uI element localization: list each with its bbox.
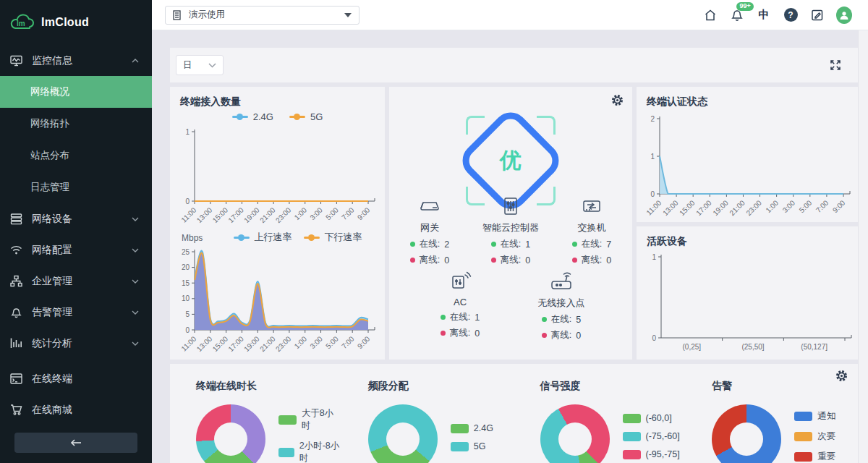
fullscreen-button[interactable]: [829, 59, 842, 72]
svg-text:21:00: 21:00: [258, 334, 277, 353]
device-offline-status: 离线:0: [491, 254, 530, 266]
device-name: 交换机: [578, 221, 606, 234]
offline-label: 离线:: [450, 327, 470, 339]
online-count: 2: [444, 239, 449, 250]
device-online-status: 在线:7: [572, 238, 611, 250]
svg-text:15:00: 15:00: [211, 334, 230, 353]
sidebar-collapse-button[interactable]: [14, 433, 137, 453]
legend-item[interactable]: 下行速率: [304, 231, 362, 244]
cloud-controller-icon: [500, 197, 522, 216]
device-card-switch[interactable]: 交换机 在线:7 离线:0: [551, 197, 632, 266]
online-count: 1: [525, 239, 530, 250]
sidebar-item-network-devices[interactable]: 网络设备: [0, 203, 152, 234]
user-avatar[interactable]: [836, 7, 852, 23]
sidebar-item-network-config[interactable]: 网络配置: [0, 234, 152, 266]
sidebar-subitem-site-distribution[interactable]: 站点分布: [0, 140, 152, 171]
period-selector[interactable]: 日: [176, 55, 224, 75]
legend-item[interactable]: 2小时-8小时: [278, 440, 342, 463]
settings-button[interactable]: [611, 94, 624, 106]
device-offline-status: 离线:0: [410, 254, 449, 266]
svg-text:0: 0: [185, 326, 190, 334]
legend-swatch: [794, 432, 812, 441]
legend-item[interactable]: 2.4G: [232, 111, 273, 122]
legend-label: 上行速率: [255, 231, 292, 244]
device-card-gateway[interactable]: 网关 在线:2 离线:0: [389, 197, 470, 266]
chevron-up-icon: [132, 59, 139, 63]
svg-text:9:00: 9:00: [831, 198, 847, 214]
svg-text:23:00: 23:00: [744, 198, 763, 217]
caret-down-icon: [344, 13, 352, 17]
bracket-corner: [466, 116, 485, 135]
expand-icon: [829, 59, 842, 72]
band-allocation-donut-chart: [368, 404, 438, 463]
rate-chart-unit: Mbps: [182, 233, 203, 243]
gear-icon: [611, 94, 624, 106]
band-allocation-legend: 2.4G5G: [451, 423, 493, 451]
svg-text:19:00: 19:00: [711, 198, 730, 217]
svg-text:15:00: 15:00: [211, 205, 230, 224]
svg-text:11:00: 11:00: [644, 198, 663, 216]
legend-label: 次要: [817, 430, 835, 443]
svg-text:13:00: 13:00: [195, 205, 214, 224]
feedback-button[interactable]: [809, 7, 825, 23]
sidebar-item-online-terminals[interactable]: 在线终端: [0, 363, 152, 394]
sidebar-item-alarm-management[interactable]: 告警管理: [0, 297, 152, 328]
online-count: 7: [606, 239, 611, 250]
sidebar: lm ImCloud 监控信息 网络概况 网络拓扑 站点分布 日志管理 网络设备: [0, 0, 152, 463]
legend-swatch: [234, 237, 250, 239]
legend-label: 5G: [310, 111, 323, 122]
language-button[interactable]: 中: [756, 7, 772, 23]
legend-swatch: [451, 424, 469, 433]
period-value: 日: [183, 59, 208, 72]
active-devices-bar-chart: 01(0,25](25,50](50,127]: [639, 250, 855, 357]
sidebar-nav: 监控信息 网络概况 网络拓扑 站点分布 日志管理 网络设备 网络配置: [0, 45, 152, 463]
device-card-ac[interactable]: AC 在线:1 离线:0: [409, 269, 511, 341]
legend-item[interactable]: 5G: [451, 441, 486, 451]
org-selector[interactable]: 演示使用: [165, 6, 359, 25]
legend-item[interactable]: (-95,-75]: [623, 449, 680, 459]
sidebar-item-enterprise-management[interactable]: 企业管理: [0, 266, 152, 297]
avatar-icon: [836, 7, 852, 24]
sidebar-subitem-network-topology[interactable]: 网络拓扑: [0, 108, 152, 140]
offline-count: 0: [525, 255, 530, 266]
scrollbar[interactable]: [858, 30, 868, 463]
legend-item[interactable]: 次要: [794, 430, 835, 443]
legend-item[interactable]: (-60,0]: [623, 413, 672, 423]
bell-icon: [10, 306, 22, 318]
home-button[interactable]: [702, 7, 718, 23]
logo: lm ImCloud: [0, 0, 152, 45]
sidebar-subitem-log-management[interactable]: 日志管理: [0, 171, 152, 203]
alarm-section: 告警 通知次要重要: [686, 364, 858, 463]
sidebar-item-statistics[interactable]: 统计分析: [0, 328, 152, 359]
legend-item[interactable]: 通知: [794, 410, 835, 422]
device-card-cloud-controller[interactable]: 智能云控制器 在线:1 离线:0: [470, 197, 551, 266]
legend-item[interactable]: 上行速率: [234, 231, 292, 244]
legend-item[interactable]: (-75,-60]: [623, 431, 680, 441]
online-label: 在线:: [582, 238, 602, 250]
notification-badge: 99+: [736, 2, 754, 11]
terminal-access-line-chart: 0111:0013:0015:0017:0019:0021:0023:001:0…: [174, 126, 380, 227]
svg-text:lm: lm: [17, 20, 25, 27]
sidebar-item-online-mall[interactable]: 在线商城: [0, 394, 152, 425]
svg-text:1:00: 1:00: [293, 205, 309, 221]
svg-text:15:00: 15:00: [678, 198, 697, 217]
offline-dot: [491, 258, 496, 263]
sidebar-item-monitoring[interactable]: 监控信息: [0, 45, 152, 76]
help-button[interactable]: ?: [783, 7, 799, 23]
panel-title: 活跃设备: [647, 235, 687, 248]
switch-icon: [581, 197, 603, 216]
sidebar-subitem-network-overview[interactable]: 网络概况: [0, 76, 152, 108]
legend-item[interactable]: 重要: [794, 451, 835, 463]
device-card-wireless-ap[interactable]: 无线接入点 在线:5 离线:0: [511, 269, 612, 341]
server-icon: [10, 213, 22, 225]
legend-label: 2小时-8小时: [299, 440, 342, 463]
chevron-down-icon: [132, 217, 139, 221]
svg-text:5:00: 5:00: [798, 198, 814, 214]
legend-item[interactable]: 大于8小时: [278, 407, 342, 432]
legend-item[interactable]: 2.4G: [451, 423, 493, 433]
offline-count: 0: [606, 255, 611, 266]
offline-count: 0: [576, 331, 581, 341]
notifications-button[interactable]: 99+: [729, 7, 745, 23]
legend-item[interactable]: 5G: [289, 111, 323, 122]
svg-text:20: 20: [182, 263, 190, 271]
